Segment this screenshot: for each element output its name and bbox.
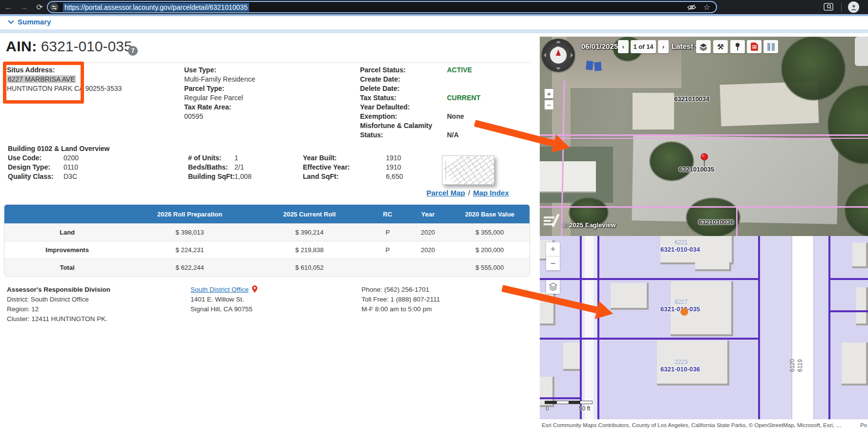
- year-defaulted-value: [447, 103, 480, 112]
- misfortune-status-value: N/A: [447, 130, 480, 140]
- parcel-ain-label: 6321-010-036: [660, 366, 700, 373]
- parcel-boundary-line: [540, 134, 868, 136]
- reload-icon[interactable]: ⟳: [34, 2, 45, 13]
- office-address1: 1401 E. Willow St.: [191, 295, 257, 304]
- url-text[interactable]: https://portal.assessor.lacounty.gov/par…: [63, 3, 249, 12]
- eye-slash-icon[interactable]: [687, 4, 697, 11]
- parcel-situs-label: 2223: [675, 359, 688, 366]
- delete-date-label: Delete Date:: [360, 84, 432, 93]
- parcel-line: [828, 310, 868, 312]
- parcel-line: [580, 236, 582, 419]
- layers-button[interactable]: [696, 40, 711, 53]
- use-type-label: Use Type:: [184, 65, 255, 75]
- sidebar-search-icon[interactable]: [824, 3, 833, 11]
- prev-image-button[interactable]: ‹: [618, 40, 629, 53]
- contact-phone: Phone: (562) 256-1701: [361, 285, 440, 295]
- map-pin-icon: [700, 153, 709, 168]
- annotation-highlight-rect: [3, 62, 84, 104]
- table-row-land: Land $ 398,013 $ 390,214 P 2020 $ 355,00…: [4, 223, 529, 241]
- toolbar-accent-strip: [0, 14, 868, 16]
- misfortune-status-label: Status:: [360, 130, 432, 140]
- tree: [650, 142, 694, 181]
- compass-north-arrow: [556, 38, 561, 43]
- latest-dropdown[interactable]: Latest ▾: [672, 42, 699, 51]
- aerial-zoom-out-button[interactable]: −: [544, 100, 554, 110]
- compass-control[interactable]: N: [542, 39, 575, 72]
- forward-icon[interactable]: →: [19, 2, 29, 13]
- summary-accordion[interactable]: Summary: [8, 18, 51, 26]
- export-pdf-button[interactable]: [747, 40, 762, 53]
- trash-bin: [594, 62, 601, 71]
- pushpin-button[interactable]: [730, 40, 745, 53]
- bookmark-star-icon[interactable]: ☆: [703, 3, 710, 11]
- col-2025-roll: 2025 Current Roll: [250, 211, 369, 218]
- division-title: Assessor's Responsible Division: [7, 285, 110, 295]
- scale-bar: [545, 401, 593, 404]
- attribution-text: Esri Community Maps Contributors, County…: [540, 422, 842, 428]
- office-block: South District Office 1401 E. Willow St.…: [191, 285, 257, 314]
- aerial-parcel-label: 6321010036: [699, 218, 734, 226]
- ain-value: 6321-010-035: [41, 38, 132, 55]
- person-icon: [850, 4, 857, 11]
- section-divider: [0, 29, 868, 33]
- layers-icon: [699, 43, 707, 51]
- toolbar-separator: [841, 3, 842, 11]
- info-badge[interactable]: 7: [128, 46, 138, 56]
- parcel-type-label: Parcel Type:: [184, 84, 255, 93]
- parcel-map-link[interactable]: Parcel Map: [426, 189, 465, 197]
- back-icon[interactable]: ←: [3, 2, 14, 13]
- parcel-map-thumbnail[interactable]: [442, 155, 494, 185]
- col-year: Year: [406, 211, 450, 218]
- page-title: AIN: 6321-010-035: [6, 38, 132, 55]
- district-office-link[interactable]: South District Office: [191, 286, 249, 293]
- col-rc: RC: [369, 211, 406, 218]
- parcel-type-value: Regular Fee Parcel: [184, 93, 255, 103]
- division-cluster: Cluster: 12411 HUNTINGTON PK.: [7, 314, 110, 324]
- browser-toolbar: ← → ⟳ https://portal.assessor.lacounty.g…: [0, 0, 868, 14]
- use-type-value: Multi-Family Residence: [184, 75, 255, 84]
- status-values-column: ACTIVE CURRENT None N/A: [447, 65, 480, 140]
- esri-parcel-map[interactable]: 6221 6321-010-034 6227 6321-010-035 2223…: [540, 236, 868, 419]
- tax-rate-area-label: Tax Rate Area:: [184, 103, 255, 112]
- profile-avatar[interactable]: [848, 1, 859, 13]
- building-col2-labels: # of Units: Beds/Baths: Building SqFt:: [188, 153, 235, 181]
- parcel-boundary-line: [736, 206, 738, 236]
- year-built-value: 1910: [386, 153, 403, 163]
- map-index-link[interactable]: Map Index: [473, 189, 508, 197]
- division-district: District: South District Office: [7, 295, 110, 304]
- tax-status-value: CURRENT: [447, 93, 480, 103]
- scale-end-label: 50 ft: [579, 405, 590, 412]
- aerial-map[interactable]: 6321010034 6321010035 6321010036 N 06/01…: [540, 37, 868, 236]
- street-number-label: 6119: [797, 359, 804, 372]
- parcel-line: [828, 236, 830, 419]
- division-region: Region: 12: [7, 304, 110, 314]
- split-view-button[interactable]: [763, 40, 778, 53]
- parcel-line: [540, 338, 760, 340]
- parcel-line: [540, 397, 581, 399]
- url-bar[interactable]: https://portal.assessor.lacounty.gov/par…: [47, 1, 717, 13]
- esri-zoom-in-button[interactable]: +: [546, 242, 560, 257]
- delete-date-value: [447, 84, 480, 93]
- esri-layers-button[interactable]: [546, 280, 560, 294]
- effective-year-value: 1910: [386, 163, 403, 172]
- parcel-situs-label: 6221: [675, 239, 688, 246]
- map-links-separator: /: [468, 189, 470, 197]
- building-col3-values: 1910 1910 6,650: [386, 153, 403, 181]
- tax-rate-area-value: 00595: [184, 112, 255, 121]
- site-permissions-icon[interactable]: [49, 2, 59, 12]
- split-view-icon: [767, 43, 770, 51]
- parcel-detail-page: ← → ⟳ https://portal.assessor.lacounty.g…: [0, 0, 868, 431]
- next-image-button[interactable]: ›: [658, 40, 669, 53]
- compass-needle: [556, 49, 561, 56]
- esri-zoom-out-button[interactable]: −: [546, 257, 560, 270]
- status-labels-column: Parcel Status: Create Date: Delete Date:…: [360, 65, 432, 140]
- aerial-zoom-in-button[interactable]: +: [544, 88, 554, 99]
- tools-button[interactable]: ⚒: [713, 40, 728, 53]
- contact-hours: M-F 8:00 am to 5:00 pm: [361, 304, 440, 314]
- units-value: 1: [234, 153, 252, 163]
- layers-icon: [549, 282, 557, 291]
- summary-label: Summary: [18, 18, 51, 26]
- subject-parcel-dot: [680, 308, 688, 316]
- carport: [540, 161, 596, 193]
- parcel-ain-label: 6321-010-034: [660, 246, 700, 253]
